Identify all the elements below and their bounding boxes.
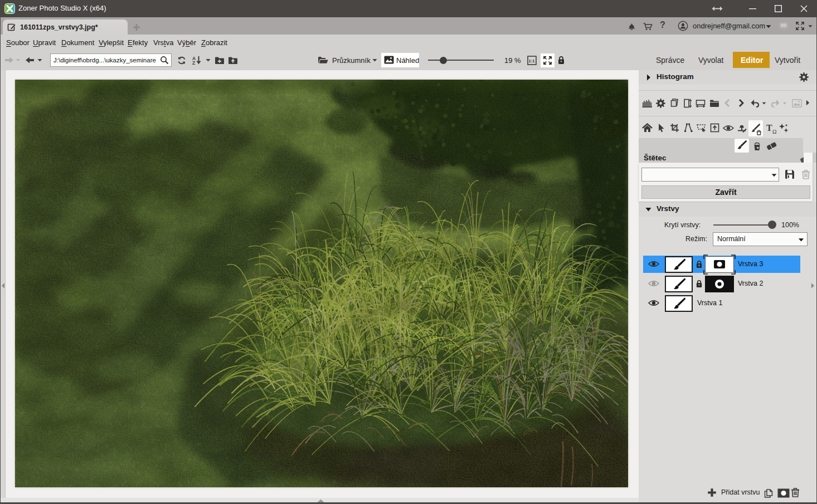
svg-text:Z: Z [192,60,195,65]
svg-text:Ω: Ω [772,129,776,134]
svg-text:T: T [766,123,772,133]
svg-text:1:1: 1:1 [529,58,535,63]
svg-text:▼: ▼ [756,146,760,150]
